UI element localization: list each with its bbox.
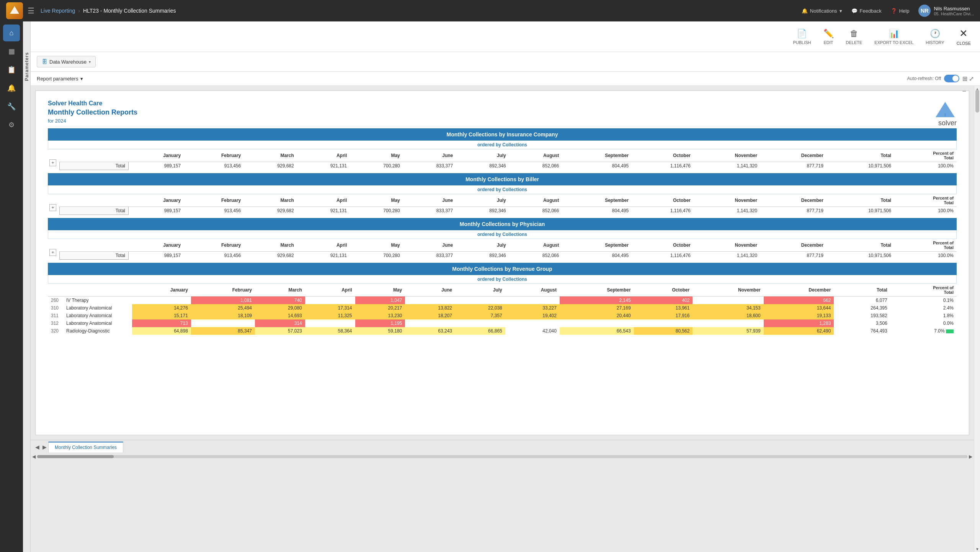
tab-scroll-left-button[interactable]: ◀ bbox=[34, 443, 41, 451]
section-physician: Monthly Collections by Physician ordered… bbox=[48, 218, 957, 260]
user-name: Nils Rasmussen bbox=[934, 6, 974, 11]
history-button[interactable]: 🕐 HISTORY bbox=[926, 29, 944, 45]
sidebar-item-notifications[interactable]: 🔔 bbox=[3, 80, 20, 97]
expand-biller-button[interactable]: + bbox=[49, 204, 56, 211]
auto-refresh-section: Auto-refresh: Off ⊞ ⤢ bbox=[907, 75, 974, 82]
delete-button[interactable]: 🗑 DELETE bbox=[846, 29, 862, 45]
publish-icon: 📄 bbox=[797, 29, 807, 39]
biller-total-row: Total 989,157 913,456 929,682 921,131 70… bbox=[60, 207, 957, 215]
tab-scroll-right-button[interactable]: ▶ bbox=[41, 443, 48, 451]
help-icon: ❓ bbox=[891, 8, 897, 14]
chevron-down-icon: ▾ bbox=[89, 60, 91, 64]
top-navigation: ☰ Live Reporting › HLT23 - Monthly Colle… bbox=[0, 0, 980, 21]
bottom-tabs-bar: ◀ ▶ Monthly Collection Summaries bbox=[31, 440, 974, 454]
refresh-icons: ⊞ ⤢ bbox=[962, 75, 974, 82]
table-row: 260IV Therapy1,0817401,0472,1454026626,0… bbox=[48, 296, 957, 305]
section-biller-subheader: ordered by Collections bbox=[48, 185, 957, 194]
auto-refresh-toggle[interactable] bbox=[944, 75, 959, 82]
user-company: 05. HealthCare Divi... bbox=[934, 11, 974, 16]
h-scrollbar-thumb[interactable] bbox=[37, 455, 114, 458]
breadcrumb-root[interactable]: Live Reporting bbox=[41, 8, 75, 14]
chevron-down-icon: ▾ bbox=[840, 8, 842, 14]
app-logo[interactable] bbox=[6, 2, 23, 19]
scroll-left-button[interactable]: ◀ bbox=[32, 454, 36, 459]
report-container: Solver Health Care Monthly Collection Re… bbox=[35, 90, 969, 435]
section-insurance-header: Monthly Collections by Insurance Company bbox=[48, 128, 957, 141]
table-row: 312Laboratory Anatomical7133141,1951,283… bbox=[48, 319, 957, 327]
solver-logo: solver bbox=[934, 100, 957, 127]
avatar: NR bbox=[918, 5, 931, 17]
breadcrumb: Live Reporting › HLT23 - Monthly Collect… bbox=[41, 8, 802, 14]
history-icon: 🕐 bbox=[930, 29, 940, 39]
section-biller: Monthly Collections by Biller ordered by… bbox=[48, 173, 957, 215]
section-revenue-subheader: ordered by Collections bbox=[48, 275, 957, 284]
vertical-scrollbar[interactable]: ▲ ▼ bbox=[974, 86, 980, 552]
report-subtitle: for 2024 bbox=[48, 118, 957, 124]
notifications-button[interactable]: 🔔 Notifications ▾ bbox=[802, 8, 842, 14]
section-revenue-header: Monthly Collections by Revenue Group bbox=[48, 263, 957, 275]
report-params-bar: Report parameters ▾ Auto-refresh: Off ⊞ … bbox=[31, 72, 980, 86]
user-menu[interactable]: NR Nils Rasmussen 05. HealthCare Divi... bbox=[918, 5, 974, 17]
horizontal-scrollbar: ◀ ▶ bbox=[31, 454, 974, 460]
section-revenue: Monthly Collections by Revenue Group ord… bbox=[48, 263, 957, 335]
sidebar-item-dashboard[interactable]: ▦ bbox=[3, 43, 20, 60]
bell-icon: 🔔 bbox=[802, 8, 808, 14]
toggle-thumb bbox=[952, 75, 959, 82]
main-report-area: − Solver Health Care Monthly Collection … bbox=[31, 86, 980, 552]
hamburger-icon[interactable]: ☰ bbox=[28, 6, 34, 15]
svg-rect-2 bbox=[944, 113, 946, 116]
feedback-icon: 💬 bbox=[851, 8, 858, 14]
table-row: 320Radiology-Diagnostic64,89885,34757,02… bbox=[48, 327, 957, 335]
report-header: Solver Health Care Monthly Collection Re… bbox=[48, 100, 957, 124]
company-name: Solver Health Care bbox=[48, 100, 957, 107]
edit-icon: ✏️ bbox=[823, 29, 834, 39]
grid-view-icon[interactable]: ⊞ bbox=[962, 75, 967, 82]
database-icon: 🗄 bbox=[42, 59, 47, 65]
data-warehouse-button[interactable]: 🗄 Data Warehouse ▾ bbox=[37, 56, 96, 67]
insurance-total-row: Total 989,157 913,456 929,682 921,131 70… bbox=[60, 162, 957, 170]
edit-button[interactable]: ✏️ EDIT bbox=[823, 29, 834, 45]
left-sidebar: ⌂ ▦ 📋 🔔 🔧 ⚙ bbox=[0, 21, 23, 552]
scroll-right-button[interactable]: ▶ bbox=[969, 454, 972, 459]
export-to-excel-button[interactable]: 📊 EXPORT TO EXCEL bbox=[874, 29, 913, 45]
section-physician-header: Monthly Collections by Physician bbox=[48, 218, 957, 230]
breadcrumb-current: HLT23 - Monthly Collection Summaries bbox=[83, 8, 176, 14]
toolbar: 📄 PUBLISH ✏️ EDIT 🗑 DELETE 📊 EXPORT TO E… bbox=[31, 21, 980, 52]
close-icon: ✕ bbox=[959, 28, 968, 39]
close-button[interactable]: ✕ CLOSE bbox=[957, 28, 971, 46]
revenue-table: January February March April May June Ju… bbox=[48, 284, 957, 335]
section-physician-subheader: ordered by Collections bbox=[48, 230, 957, 239]
report-parameters-button[interactable]: Report parameters ▾ bbox=[37, 76, 83, 82]
sidebar-item-tools[interactable]: 🔧 bbox=[3, 98, 20, 115]
sidebar-item-settings[interactable]: ⚙ bbox=[3, 116, 20, 133]
publish-button[interactable]: 📄 PUBLISH bbox=[793, 29, 811, 45]
help-button[interactable]: ❓ Help bbox=[891, 8, 910, 14]
h-scrollbar-track[interactable] bbox=[37, 455, 967, 458]
report-title: Monthly Collection Reports bbox=[48, 108, 957, 116]
export-icon: 📊 bbox=[889, 29, 899, 39]
section-biller-header: Monthly Collections by Biller bbox=[48, 173, 957, 185]
report-body: Solver Health Care Monthly Collection Re… bbox=[36, 91, 969, 347]
feedback-button[interactable]: 💬 Feedback bbox=[851, 8, 882, 14]
scroll-down-button[interactable]: ▼ bbox=[974, 546, 980, 552]
solver-logo-text: solver bbox=[938, 119, 957, 127]
delete-icon: 🗑 bbox=[850, 29, 858, 39]
expand-insurance-button[interactable]: + bbox=[49, 159, 56, 166]
parameters-panel: Parameters bbox=[23, 21, 31, 552]
top-actions: 🔔 Notifications ▾ 💬 Feedback ❓ Help NR N… bbox=[802, 5, 974, 17]
zoom-minus-icon[interactable]: − bbox=[962, 87, 966, 95]
tab-monthly-collection-summaries[interactable]: Monthly Collection Summaries bbox=[48, 442, 123, 452]
sidebar-item-reports[interactable]: 📋 bbox=[3, 61, 20, 78]
physician-table: January February March April May June Ju… bbox=[59, 239, 957, 260]
expand-view-icon[interactable]: ⤢ bbox=[969, 75, 974, 82]
breadcrumb-separator: › bbox=[78, 8, 80, 14]
expand-physician-button[interactable]: + bbox=[49, 249, 56, 256]
physician-total-row: Total 989,157 913,456 929,682 921,131 70… bbox=[60, 252, 957, 260]
svg-marker-0 bbox=[10, 6, 19, 14]
chevron-down-icon: ▾ bbox=[80, 76, 83, 82]
content-area: 📄 PUBLISH ✏️ EDIT 🗑 DELETE 📊 EXPORT TO E… bbox=[31, 21, 980, 552]
table-row: 311Laboratory Anatomical15,17118,10914,6… bbox=[48, 312, 957, 319]
sidebar-item-home[interactable]: ⌂ bbox=[3, 25, 20, 41]
v-scrollbar-thumb[interactable] bbox=[975, 90, 979, 113]
secondary-toolbar: 🗄 Data Warehouse ▾ bbox=[31, 52, 980, 72]
